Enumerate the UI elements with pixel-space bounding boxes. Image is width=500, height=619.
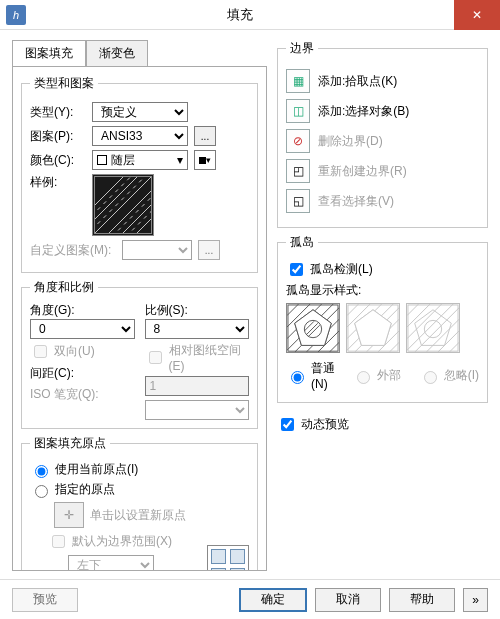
add-select-icon[interactable]: ◫ <box>286 99 310 123</box>
label-click-set-origin: 单击以设置新原点 <box>90 507 186 524</box>
island-style-ignore-preview[interactable] <box>406 303 460 353</box>
svg-marker-39 <box>415 310 452 346</box>
close-icon: ✕ <box>472 8 482 22</box>
ok-button[interactable]: 确定 <box>239 588 307 612</box>
group-island: 孤岛 孤岛检测(L) 孤岛显示样式: 普通(N) 外部 忽略(I) <box>277 234 488 403</box>
custom-pattern-browse-button: ... <box>198 240 220 260</box>
legend-angle-scale: 角度和比例 <box>30 279 98 296</box>
expand-button[interactable]: » <box>463 588 488 612</box>
set-origin-icon: ✛ <box>54 502 84 528</box>
bg-color-swatch[interactable]: ▾ <box>194 150 216 170</box>
view-selection-icon[interactable]: ◱ <box>286 189 310 213</box>
help-button[interactable]: 帮助 <box>389 588 455 612</box>
legend-boundary: 边界 <box>286 40 318 57</box>
label-island-normal: 普通(N) <box>311 360 346 391</box>
svg-line-13 <box>287 304 299 316</box>
group-boundary: 边界 ▦添加:拾取点(K) ◫添加:选择对象(B) ⊘删除边界(D) ◰重新创建… <box>277 40 488 228</box>
radio-island-outer <box>357 371 370 384</box>
recreate-boundary-icon[interactable]: ◰ <box>286 159 310 183</box>
close-button[interactable]: ✕ <box>454 0 500 30</box>
legend-type-pattern: 类型和图案 <box>30 75 98 92</box>
label-specified-origin: 指定的原点 <box>55 481 115 498</box>
svg-line-41 <box>407 304 419 316</box>
radio-island-normal[interactable] <box>291 371 304 384</box>
color-swatch-icon <box>97 155 107 165</box>
preview-button[interactable]: 预览 <box>12 588 78 612</box>
select-type[interactable]: 预定义 <box>92 102 188 122</box>
group-origin: 图案填充原点 使用当前原点(I) 指定的原点 ✛ 单击以设置新原点 默认为边界范… <box>21 435 258 571</box>
select-iso-width <box>145 400 250 420</box>
svg-point-40 <box>424 320 441 337</box>
label-recreate-boundary[interactable]: 重新创建边界(R) <box>318 163 407 180</box>
label-view-selection[interactable]: 查看选择集(V) <box>318 193 394 210</box>
select-origin-pos: 左下 <box>68 555 154 571</box>
label-color: 颜色(C): <box>30 152 86 169</box>
label-type: 类型(Y): <box>30 104 86 121</box>
checkbox-island-detect[interactable] <box>290 263 303 276</box>
legend-island: 孤岛 <box>286 234 318 251</box>
island-style-normal-preview[interactable] <box>286 303 340 353</box>
label-default-boundary: 默认为边界范围(X) <box>72 533 172 550</box>
window-title: 填充 <box>26 6 454 24</box>
chevron-down-icon: ▾ <box>177 153 183 167</box>
radio-use-current-origin[interactable] <box>35 465 48 478</box>
label-use-current-origin: 使用当前原点(I) <box>55 461 138 478</box>
radio-island-ignore <box>424 371 437 384</box>
select-custom-pattern <box>122 240 192 260</box>
svg-line-3 <box>100 182 151 233</box>
label-scale: 比例(S): <box>145 302 250 319</box>
checkbox-relative-paper <box>149 351 162 364</box>
select-angle[interactable]: 0 <box>30 319 135 339</box>
label-island-style: 孤岛显示样式: <box>286 282 479 299</box>
label-remove-boundary[interactable]: 删除边界(D) <box>318 133 383 150</box>
svg-line-2 <box>95 177 132 214</box>
group-angle-scale: 角度和比例 角度(G): 0 双向(U) 间距(C): ISO 笔宽(Q): 比… <box>21 279 258 429</box>
remove-boundary-icon[interactable]: ⊘ <box>286 129 310 153</box>
tab-gradient[interactable]: 渐变色 <box>86 40 148 67</box>
label-spacing: 间距(C): <box>30 365 86 382</box>
label-island-ignore: 忽略(I) <box>444 367 479 384</box>
input-spacing <box>145 376 250 396</box>
svg-line-5 <box>128 210 151 233</box>
svg-line-0 <box>95 177 151 233</box>
color-value: 随层 <box>111 152 135 169</box>
checkbox-dynamic-preview[interactable] <box>281 418 294 431</box>
tab-hatch[interactable]: 图案填充 <box>12 40 86 67</box>
label-dynamic-preview: 动态预览 <box>301 416 349 433</box>
svg-line-7 <box>95 177 140 222</box>
select-scale[interactable]: 8 <box>145 319 250 339</box>
island-style-outer-preview[interactable] <box>346 303 400 353</box>
label-bidirectional: 双向(U) <box>54 343 95 360</box>
svg-marker-37 <box>355 310 392 346</box>
svg-line-29 <box>347 304 359 316</box>
label-custom-pattern: 自定义图案(M): <box>30 242 116 259</box>
label-angle: 角度(G): <box>30 302 135 319</box>
origin-preview: + <box>207 545 249 571</box>
pattern-sample[interactable] <box>92 174 154 236</box>
radio-specified-origin[interactable] <box>35 485 48 498</box>
label-iso-width: ISO 笔宽(Q): <box>30 386 106 403</box>
svg-line-4 <box>114 196 151 233</box>
select-pattern[interactable]: ANSI33 <box>92 126 188 146</box>
app-icon: h <box>6 5 26 25</box>
checkbox-default-boundary <box>52 535 65 548</box>
label-relative-paper: 相对图纸空间(E) <box>169 342 250 373</box>
group-type-pattern: 类型和图案 类型(Y): 预定义 图案(P): ANSI33 ... 颜色(C)… <box>21 75 258 273</box>
label-add-pick[interactable]: 添加:拾取点(K) <box>318 73 397 90</box>
pattern-browse-button[interactable]: ... <box>194 126 216 146</box>
label-add-select[interactable]: 添加:选择对象(B) <box>318 103 409 120</box>
label-island-outer: 外部 <box>377 367 401 384</box>
cancel-button[interactable]: 取消 <box>315 588 381 612</box>
select-color[interactable]: 随层 ▾ <box>92 150 188 170</box>
label-sample: 样例: <box>30 174 86 191</box>
svg-line-1 <box>95 177 146 228</box>
checkbox-bidirectional <box>34 345 47 358</box>
label-pattern: 图案(P): <box>30 128 86 145</box>
chevron-down-icon: ▾ <box>206 155 211 165</box>
add-pick-icon[interactable]: ▦ <box>286 69 310 93</box>
label-island-detect: 孤岛检测(L) <box>310 261 373 278</box>
legend-origin: 图案填充原点 <box>30 435 110 452</box>
